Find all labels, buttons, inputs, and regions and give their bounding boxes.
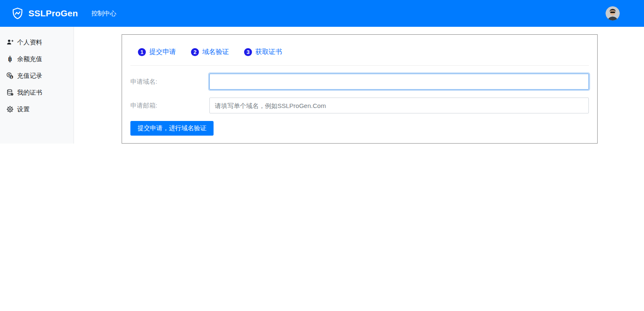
coins-icon: $ $ (6, 72, 14, 80)
wizard-steps: 1 提交申请 2 域名验证 3 获取证书 (122, 35, 597, 57)
email-input[interactable] (209, 98, 589, 113)
brand-logo[interactable]: SSLProGen (11, 7, 78, 20)
svg-text:$: $ (10, 75, 13, 79)
sidebar-item-recharge-records[interactable]: $ $ 充值记录 (0, 67, 74, 84)
step-get-certificate[interactable]: 3 获取证书 (244, 48, 282, 57)
submit-application-button[interactable]: 提交申请，进行域名验证 (130, 121, 214, 136)
sidebar-item-label: 个人资料 (17, 39, 42, 46)
brand-name: SSLProGen (28, 8, 78, 18)
email-form-row: 申请邮箱: (130, 98, 589, 113)
svg-text:B: B (8, 56, 12, 62)
sidebar-item-recharge[interactable]: B 余额充值 (0, 51, 74, 67)
sidebar-item-label: 充值记录 (17, 72, 42, 80)
user-plus-icon (6, 38, 14, 46)
step-2-label: 域名验证 (202, 48, 229, 57)
domain-form-row: 申请域名: (130, 74, 589, 90)
step-3-badge: 3 (244, 48, 252, 56)
user-avatar[interactable] (606, 6, 620, 21)
steps-divider (130, 65, 589, 66)
step-2-badge: 2 (191, 48, 199, 56)
sidebar-item-certificates[interactable]: ! 我的证书 (0, 84, 74, 101)
email-label: 申请邮箱: (130, 102, 209, 110)
svg-text:!: ! (12, 93, 13, 95)
sidebar-item-settings[interactable]: 设置 (0, 101, 74, 118)
step-1-label: 提交申请 (149, 48, 176, 57)
step-1-badge: 1 (138, 48, 146, 56)
sidebar-item-label: 设置 (17, 105, 30, 113)
domain-label: 申请域名: (130, 78, 209, 86)
top-navbar: SSLProGen 控制中心 (0, 0, 644, 27)
sidebar-item-label: 我的证书 (17, 89, 42, 97)
step-submit-application[interactable]: 1 提交申请 (138, 48, 176, 57)
bitcoin-icon: B (6, 55, 14, 63)
step-domain-verification[interactable]: 2 域名验证 (191, 48, 229, 57)
certificate-wizard-card: 1 提交申请 2 域名验证 3 获取证书 申请域名: 申请邮箱: 提交申请，进行… (122, 34, 598, 144)
sidebar-item-profile[interactable]: 个人资料 (0, 34, 74, 51)
sidebar-item-label: 余额充值 (17, 55, 42, 63)
domain-input[interactable] (209, 74, 589, 90)
certificate-icon: ! (6, 88, 14, 97)
gear-icon (6, 105, 14, 113)
nav-control-center[interactable]: 控制中心 (92, 10, 117, 18)
shield-pulse-icon (11, 7, 24, 20)
step-3-label: 获取证书 (255, 48, 282, 57)
sidebar: 个人资料 B 余额充值 $ $ 充值记录 (0, 27, 74, 144)
